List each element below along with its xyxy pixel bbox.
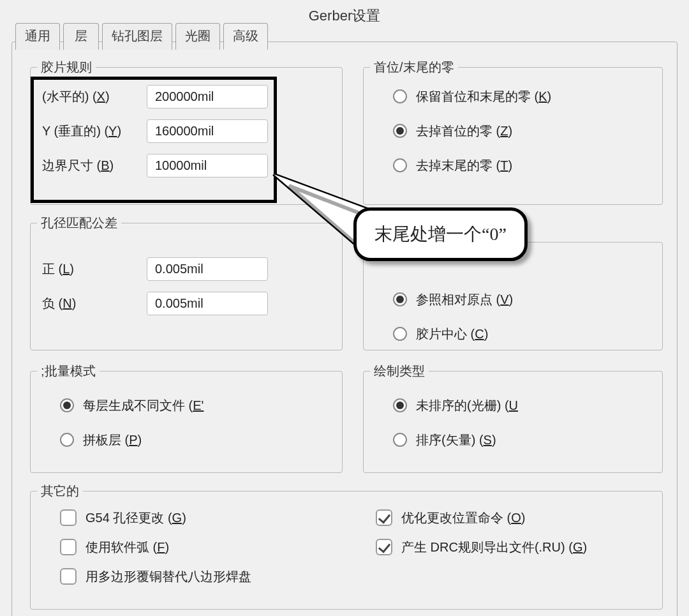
input-film-b[interactable]	[147, 154, 268, 177]
radio-icon	[393, 292, 407, 306]
radio-origin-center[interactable]: 胶片中心 (C)	[364, 317, 662, 351]
input-film-x[interactable]	[147, 85, 268, 109]
legend-batch: ;批量模式	[37, 363, 100, 380]
tab-layer[interactable]: 层	[63, 23, 99, 50]
check-polygon[interactable]: 用多边形覆铜替代八边形焊盘	[31, 562, 346, 591]
checkbox-icon	[376, 509, 392, 526]
radio-batch-perlayer[interactable]: 每层生成不同文件 (E'	[31, 388, 342, 423]
checkbox-icon	[376, 539, 392, 555]
radio-origin-relative[interactable]: 参照相对原点 (V)	[364, 282, 662, 317]
check-label: 用多边形覆铜替代八边形焊盘	[85, 568, 251, 585]
radio-label: 未排序的(光栅) (U	[416, 397, 518, 414]
radio-icon	[393, 327, 407, 341]
radio-label: 去掉末尾的零 (T)	[416, 157, 512, 174]
radio-label: 保留首位和末尾的零 (K)	[416, 88, 551, 105]
tab-drill[interactable]: 钻孔图层	[102, 23, 172, 50]
check-label: 使用软件弧 (F)	[85, 539, 169, 556]
radio-icon	[393, 158, 407, 172]
tab-advanced[interactable]: 高级	[223, 23, 268, 50]
radio-zeros-keep[interactable]: 保留首位和末尾的零 (K)	[364, 79, 662, 114]
label-x: (水平的) (X)	[42, 88, 138, 105]
checkbox-icon	[60, 509, 77, 526]
check-label: 优化更改位置命令 (O)	[401, 509, 525, 527]
advanced-panel: 通用 层 钻孔图层 光圈 高级 胶片规则 (水平的) (X) Y (垂直的) (…	[11, 41, 678, 616]
input-film-y[interactable]	[147, 119, 268, 143]
radio-icon	[60, 433, 74, 447]
input-tol-neg[interactable]	[147, 292, 268, 315]
legend-plottype: 绘制类型	[370, 363, 429, 380]
radio-zeros-trail[interactable]: 去掉末尾的零 (T)	[364, 148, 662, 183]
legend-zeros: 首位/末尾的零	[370, 59, 458, 76]
radio-icon	[393, 433, 407, 447]
label-y: Y (垂直的) (Y)	[42, 123, 138, 140]
group-plot-type: 绘制类型 未排序的(光栅) (U 排序(矢量) (S)	[363, 371, 663, 473]
legend-film-rules: 胶片规则	[37, 59, 96, 76]
radio-label: 参照相对原点 (V)	[416, 291, 513, 308]
group-other: 其它的 G54 孔径更改 (G) 使用软件弧 (F) 用	[30, 491, 663, 610]
radio-label: 拼板层 (P)	[83, 432, 142, 449]
radio-plot-unsorted[interactable]: 未排序的(光栅) (U	[364, 388, 662, 423]
input-tol-pos[interactable]	[147, 257, 268, 281]
tab-aperture[interactable]: 光圈	[175, 23, 220, 50]
label-pos: 正 (L)	[42, 260, 138, 278]
radio-label: 排序(矢量) (S)	[416, 432, 496, 449]
group-zeros: 首位/末尾的零 保留首位和末尾的零 (K) 去掉首位的零 (Z) 去掉末尾的零 …	[363, 67, 663, 205]
checkbox-icon	[60, 568, 77, 585]
radio-icon	[393, 398, 407, 412]
tabs: 通用 层 钻孔图层 光圈 高级	[15, 23, 268, 50]
legend-other: 其它的	[37, 483, 83, 500]
checkbox-icon	[60, 539, 77, 555]
legend-tolerance: 孔径匹配公差	[37, 214, 121, 232]
label-neg: 负 (N)	[42, 295, 138, 312]
group-batch: ;批量模式 每层生成不同文件 (E' 拼板层 (P)	[30, 371, 343, 473]
radio-icon	[393, 124, 407, 138]
check-g54[interactable]: G54 孔径更改 (G)	[31, 503, 346, 532]
check-optimize[interactable]: 优化更改位置命令 (O)	[346, 503, 662, 532]
check-drc[interactable]: 产生 DRC规则导出文件(.RU) (G)	[346, 532, 662, 562]
radio-label: 去掉首位的零 (Z)	[416, 123, 512, 140]
label-b: 边界尺寸 (B)	[42, 157, 138, 174]
radio-zeros-lead[interactable]: 去掉首位的零 (Z)	[364, 114, 662, 148]
annotation-callout: 末尾处增一个“0”	[353, 207, 528, 261]
check-label: 产生 DRC规则导出文件(.RU) (G)	[401, 539, 587, 556]
tab-general[interactable]: 通用	[15, 23, 60, 50]
radio-icon	[393, 89, 407, 103]
check-label: G54 孔径更改 (G)	[85, 509, 186, 527]
radio-label: 每层生成不同文件 (E'	[83, 397, 204, 414]
radio-icon	[60, 398, 74, 412]
check-arc[interactable]: 使用软件弧 (F)	[31, 532, 346, 562]
radio-label: 胶片中心 (C)	[416, 326, 488, 343]
radio-batch-panel[interactable]: 拼板层 (P)	[31, 423, 342, 457]
radio-plot-sorted[interactable]: 排序(矢量) (S)	[364, 423, 662, 457]
